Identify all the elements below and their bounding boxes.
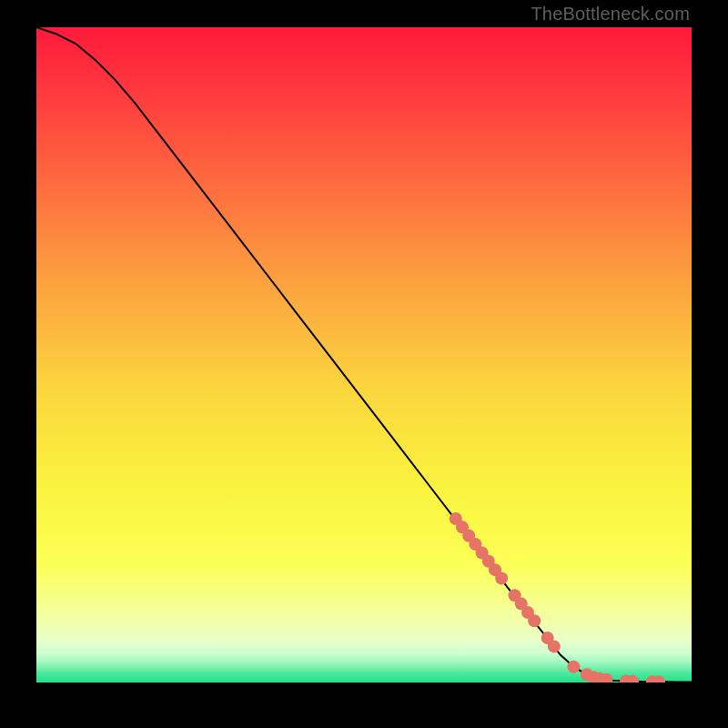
chart-svg	[36, 27, 692, 682]
chart-stage: TheBottleneck.com	[0, 0, 728, 728]
marker-point	[528, 614, 541, 627]
marker-point	[548, 640, 561, 652]
marker-point	[567, 661, 580, 673]
attribution-label: TheBottleneck.com	[531, 4, 690, 25]
marker-point	[495, 572, 508, 585]
plot-area	[36, 27, 692, 682]
plot-background	[36, 27, 692, 682]
